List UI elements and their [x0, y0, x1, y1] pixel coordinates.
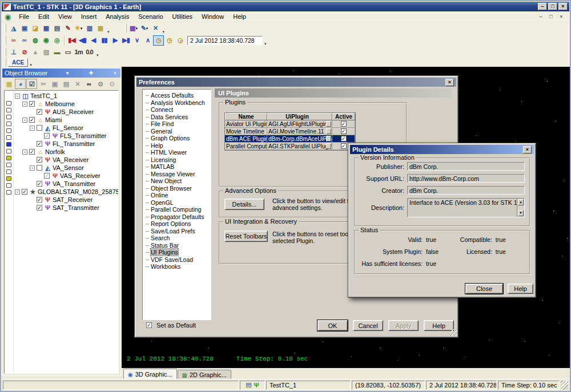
- play-icon[interactable]: ▶: [110, 35, 120, 46]
- tree-item[interactable]: ◭ FL_Sensor: [15, 124, 118, 132]
- plugin-table-row[interactable]: Parallel Computing AGI.STKParallel.UiPlu…: [225, 143, 355, 150]
- cancel-button[interactable]: Cancel: [353, 320, 383, 331]
- tree-expander[interactable]: [15, 189, 20, 195]
- reset-toolbars-button[interactable]: Reset Toolbars: [224, 231, 268, 242]
- toolbar-overflow-button[interactable]: ▾: [163, 30, 165, 34]
- link-icon[interactable]: ⊙: [95, 79, 106, 89]
- menu-item[interactable]: Insert: [77, 12, 102, 21]
- plugin-id-cell[interactable]: AGI.MovieTimeline.11: [267, 128, 332, 135]
- preferences-category[interactable]: Workbooks: [143, 263, 211, 270]
- print-icon[interactable]: ▤▾: [51, 23, 62, 34]
- apply-button[interactable]: Apply: [388, 320, 419, 331]
- access-icon[interactable]: ⊘: [19, 47, 30, 57]
- tree-item[interactable]: Ψ VA_Transmitter: [15, 180, 118, 188]
- toolbar-grip[interactable]: [5, 36, 6, 45]
- preferences-titlebar[interactable]: Preferences ×: [136, 78, 456, 87]
- scenario-delete-icon[interactable]: ✕▾: [150, 23, 161, 34]
- active-checkbox[interactable]: ✓: [341, 143, 347, 149]
- status-square[interactable]: [6, 115, 11, 119]
- uiplugin-browse-button[interactable]: [326, 128, 331, 134]
- ok-button[interactable]: OK: [317, 320, 348, 331]
- new-scenario-icon[interactable]: ◮▾: [8, 23, 19, 34]
- plugin-id-cell[interactable]: AGI.AgUiFlightUiPlugins: [267, 120, 332, 128]
- toolbar-overflow-button[interactable]: ▾: [107, 30, 110, 34]
- panel-menu-arrow-icon[interactable]: ▾: [65, 70, 71, 76]
- show-checkboxes-icon[interactable]: ☑: [26, 79, 37, 89]
- dialog-close-button[interactable]: ×: [523, 146, 532, 153]
- tree-checkbox[interactable]: [37, 109, 42, 115]
- reset-to-start-icon[interactable]: ▮◀: [66, 35, 77, 46]
- plugin-table-row[interactable]: Aviator Ui Plugins AGI.AgUiFlightUiPlugi…: [225, 120, 355, 128]
- dropdown-arrow-icon[interactable]: ▾: [81, 26, 83, 31]
- terrain-icon[interactable]: ▲: [30, 47, 41, 57]
- tree-checkbox[interactable]: [37, 165, 42, 171]
- tree-item[interactable]: Ψ AUS_Receiver: [15, 108, 118, 116]
- tree-item[interactable]: Ψ FL_Transmitter: [15, 140, 118, 148]
- report-icon[interactable]: ▥▾: [84, 23, 95, 34]
- mdi-minimize-button[interactable]: –: [537, 13, 545, 21]
- tree-checkbox[interactable]: [29, 101, 35, 107]
- tree-item[interactable]: Ψ FLS_Transmitter: [15, 132, 118, 140]
- status-square[interactable]: [6, 128, 11, 133]
- status-square[interactable]: [6, 149, 11, 153]
- link-chain-icon[interactable]: ∞: [8, 35, 19, 46]
- toolbar-grip[interactable]: [5, 58, 6, 67]
- decimal-icon[interactable]: 0.0: [84, 47, 95, 57]
- tree-checkbox[interactable]: [44, 133, 50, 139]
- uiplugin-browse-button[interactable]: [326, 121, 331, 127]
- set-as-default-option[interactable]: Set as Default: [146, 322, 196, 329]
- paste-icon[interactable]: ▤: [61, 79, 71, 89]
- column-header-uiplugin[interactable]: UiPlugin: [267, 113, 332, 120]
- status-square[interactable]: [6, 156, 11, 160]
- cut-icon[interactable]: ✂: [38, 79, 49, 89]
- close-button[interactable]: Close: [465, 284, 503, 294]
- toolbar-overflow-button[interactable]: ▾: [264, 42, 267, 46]
- preferences-category[interactable]: Graph Options: [143, 135, 211, 142]
- tree-expander[interactable]: [22, 102, 27, 107]
- details-button[interactable]: Details...: [224, 199, 264, 210]
- field-value[interactable]: http://www.dBm-Corp.com: [407, 174, 525, 183]
- toolbar-overflow-button[interactable]: ▾: [30, 63, 32, 67]
- preferences-category[interactable]: VDF Save/Load: [143, 256, 211, 264]
- active-checkbox[interactable]: ✓: [341, 128, 347, 134]
- mdi-restore-button[interactable]: □: [547, 13, 555, 21]
- preferences-category[interactable]: Analysis Workbench: [143, 99, 211, 107]
- color-wheel-icon[interactable]: ◕: [15, 79, 26, 89]
- plugin-table-row[interactable]: Movie Timeline AGI.MovieTimeline.11 ✓: [225, 128, 355, 135]
- preferences-category[interactable]: Propagator Defaults: [143, 213, 211, 221]
- tree-checkbox[interactable]: [37, 125, 42, 131]
- tree-expander[interactable]: [30, 126, 35, 131]
- step-back-icon[interactable]: ◀▮: [77, 35, 88, 46]
- window-resize-grip[interactable]: [561, 381, 568, 390]
- globe-icon[interactable]: ◉: [41, 35, 51, 46]
- active-checkbox[interactable]: ✓: [341, 136, 347, 142]
- menu-item[interactable]: Window: [197, 12, 228, 21]
- plugin-id-cell[interactable]: AGI.STKParallel.UiPlugin11: [267, 143, 332, 150]
- menu-item[interactable]: Scenario: [134, 12, 167, 21]
- plugin-name-cell[interactable]: dBm ACE Plugin: [225, 135, 267, 143]
- plugin-table-row[interactable]: dBm ACE Plugin dBm-Corp.dBmAceUiPlugin ✓: [225, 135, 355, 143]
- open-icon[interactable]: ◪▾: [30, 23, 41, 34]
- status-square[interactable]: [6, 122, 11, 126]
- preferences-category[interactable]: OpenGL: [143, 199, 211, 207]
- preferences-category[interactable]: Save/Load Prefs: [143, 228, 211, 235]
- globe-refresh-icon[interactable]: ◍: [30, 35, 41, 46]
- properties-icon[interactable]: ✎▾: [62, 23, 73, 34]
- minimize-button[interactable]: –: [538, 3, 547, 10]
- field-value[interactable]: dBm Corp.: [407, 162, 525, 171]
- menu-item[interactable]: Analysis: [101, 12, 134, 21]
- preferences-category[interactable]: Licensing: [143, 156, 211, 164]
- time-options-clock-icon[interactable]: ◶: [175, 35, 186, 46]
- uiplugin-browse-button[interactable]: [326, 143, 331, 149]
- description-value[interactable]: Interface to ACE (Version 3.03 for STK 1…: [407, 198, 525, 217]
- tree-item[interactable]: ⌂ Norfolk: [15, 148, 118, 156]
- ace-button[interactable]: ACE: [8, 58, 28, 67]
- preferences-category[interactable]: Status Bar: [143, 242, 211, 249]
- status-square[interactable]: [6, 142, 11, 147]
- tree-item[interactable]: Ψ SAT_Receiver: [15, 196, 118, 204]
- delete-icon[interactable]: ✕: [72, 79, 83, 89]
- active-checkbox[interactable]: ✓: [341, 121, 347, 127]
- tree-item[interactable]: ◫ TestTC_1: [15, 92, 118, 100]
- increase-step-icon[interactable]: ∧: [142, 35, 153, 46]
- status-square[interactable]: [6, 135, 11, 140]
